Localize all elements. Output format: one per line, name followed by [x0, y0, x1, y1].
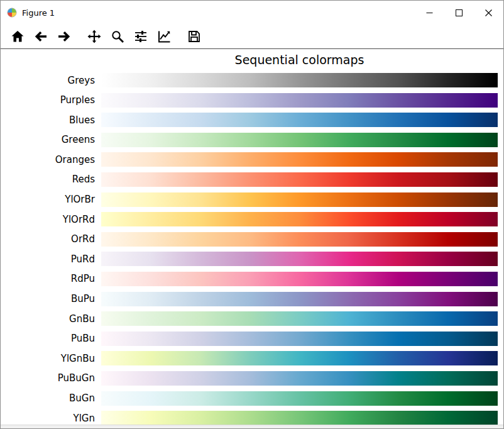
colormap-label: BuPu [1, 293, 101, 304]
window-bottom-frame [1, 425, 503, 428]
colormap-row: PuBu [1, 332, 503, 346]
colormap-label: YlGnBu [1, 353, 101, 364]
colormap-rows: GreysPurplesBluesGreensOrangesRedsYlOrBr… [1, 73, 503, 425]
colormap-gradient-bar [101, 93, 498, 108]
colormap-gradient-bar [101, 113, 498, 127]
colormap-gradient-bar [101, 292, 498, 306]
colormap-label: Greens [1, 134, 101, 145]
colormap-gradient-bar [101, 351, 498, 365]
colormap-gradient-bar [101, 311, 498, 326]
colormap-label: PuRd [1, 254, 101, 265]
minimize-button[interactable] [415, 1, 444, 25]
colormap-row: Greens [1, 133, 503, 147]
colormap-row: YlOrRd [1, 212, 503, 226]
colormap-label: Oranges [1, 154, 101, 165]
colormap-label: Purples [1, 94, 101, 106]
colormap-gradient-bar [101, 391, 498, 406]
colormap-row: Oranges [1, 152, 503, 167]
forward-arrow-icon[interactable] [52, 26, 75, 47]
colormap-gradient-bar [101, 152, 498, 167]
colormap-gradient-bar [101, 272, 498, 286]
colormap-gradient-bar [101, 252, 498, 266]
colormap-gradient-bar [101, 332, 498, 346]
colormap-row: Greys [1, 73, 503, 87]
colormap-row: Reds [1, 172, 503, 187]
colormap-row: YlOrBr [1, 192, 503, 207]
colormap-label: PuBu [1, 333, 101, 344]
home-icon[interactable] [6, 26, 29, 47]
colormap-label: Greys [1, 75, 101, 86]
colormap-row: YlGn [1, 411, 503, 425]
colormap-row: BuGn [1, 391, 503, 406]
customize-chart-icon[interactable] [152, 26, 175, 47]
colormap-label: BuGn [1, 393, 101, 404]
colormap-label: RdPu [1, 273, 101, 284]
close-button[interactable] [474, 1, 503, 25]
colormap-row: PuBuGn [1, 371, 503, 386]
zoom-icon[interactable] [106, 26, 129, 47]
colormap-row: YlGnBu [1, 351, 503, 365]
colormap-label: YlOrRd [1, 214, 101, 225]
colormap-row: GnBu [1, 311, 503, 326]
titlebar[interactable]: Figure 1 [1, 1, 503, 25]
chart-title: Sequential colormaps [1, 52, 503, 68]
figure-window: Figure 1 [0, 0, 504, 429]
colormap-gradient-bar [101, 172, 498, 187]
window-title: Figure 1 [22, 8, 55, 18]
colormap-row: BuPu [1, 292, 503, 306]
colormap-row: Blues [1, 113, 503, 127]
colormap-gradient-bar [101, 73, 498, 87]
colormap-label: YlGn [1, 413, 101, 424]
colormap-label: PuBuGn [1, 372, 101, 384]
colormap-label: OrRd [1, 233, 101, 245]
subplots-sliders-icon[interactable] [129, 26, 152, 47]
navigation-toolbar [1, 25, 503, 49]
save-icon[interactable] [182, 26, 205, 47]
colormap-gradient-bar [101, 411, 498, 425]
colormap-row: Purples [1, 93, 503, 108]
colormap-gradient-bar [101, 232, 498, 247]
figure-canvas: Sequential colormaps GreysPurplesBluesGr… [1, 49, 503, 425]
window-controls [415, 1, 503, 25]
pan-icon[interactable] [82, 26, 106, 47]
colormap-label: Blues [1, 114, 101, 126]
colormap-row: PuRd [1, 252, 503, 266]
colormap-row: OrRd [1, 232, 503, 247]
colormap-gradient-bar [101, 371, 498, 386]
colormap-row: RdPu [1, 272, 503, 286]
colormap-label: GnBu [1, 313, 101, 325]
back-arrow-icon[interactable] [29, 26, 52, 47]
matplotlib-icon [7, 8, 17, 18]
colormap-gradient-bar [101, 133, 498, 147]
colormap-label: Reds [1, 174, 101, 185]
maximize-button[interactable] [444, 1, 474, 25]
colormap-gradient-bar [101, 192, 498, 207]
colormap-gradient-bar [101, 212, 498, 226]
colormap-label: YlOrBr [1, 194, 101, 205]
